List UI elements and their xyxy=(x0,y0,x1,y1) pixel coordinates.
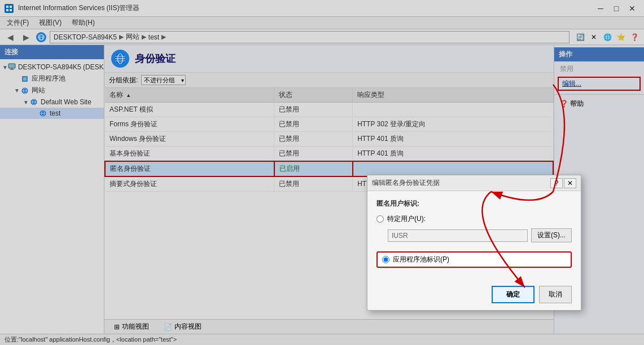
radio-apppool-label: 应用程序池标识(P) xyxy=(393,255,449,264)
radio-row-apppool: 应用程序池标识(P) xyxy=(376,251,572,268)
radio-specific-user[interactable] xyxy=(376,215,384,223)
iusr-row: 设置(S)... xyxy=(388,228,572,242)
dialog-help-button[interactable]: ? xyxy=(550,178,563,188)
dialog-radio-group: 特定用户(U): 设置(S)... 应用程序池标识(P) xyxy=(376,214,572,268)
edit-dialog: 编辑匿名身份验证凭据 ? ✕ 匿名用户标识: 特定用户(U): 设置(S)...… xyxy=(367,175,581,311)
settings-button[interactable]: 设置(S)... xyxy=(531,228,572,242)
dialog-close-button[interactable]: ✕ xyxy=(564,178,576,188)
dialog-section-label: 匿名用户标识: xyxy=(376,199,572,209)
radio-specific-label: 特定用户(U): xyxy=(387,214,426,224)
dialog-ok-button[interactable]: 确定 xyxy=(492,286,535,303)
dialog-title-buttons: ? ✕ xyxy=(550,178,576,188)
iusr-input[interactable] xyxy=(388,229,528,242)
dialog-footer: 确定 取消 xyxy=(367,281,581,310)
dialog-title-bar: 编辑匿名身份验证凭据 ? ✕ xyxy=(367,175,581,191)
dialog-body: 匿名用户标识: 特定用户(U): 设置(S)... 应用程序池标识(P) xyxy=(367,191,581,281)
dialog-cancel-button[interactable]: 取消 xyxy=(539,286,572,303)
dialog-title: 编辑匿名身份验证凭据 xyxy=(372,178,550,188)
radio-row-specific: 特定用户(U): xyxy=(376,214,572,224)
radio-apppool[interactable] xyxy=(382,256,389,263)
